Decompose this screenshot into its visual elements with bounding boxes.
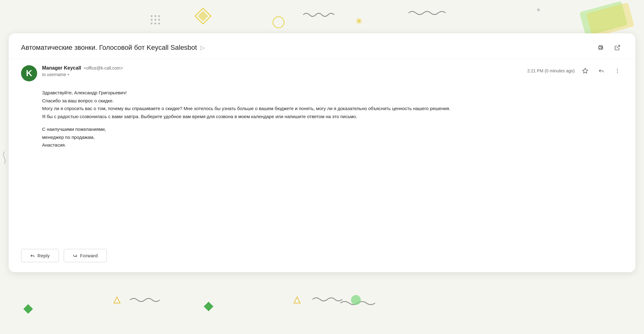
forward-button-label: Forward (80, 253, 98, 258)
forward-subject-icon: ▷ (201, 44, 205, 51)
email-subject: Автоматические звонки. Голосовой бот Key… (21, 44, 197, 52)
svg-point-8 (158, 23, 160, 24)
email-subject-actions (595, 42, 623, 53)
svg-rect-19 (23, 304, 33, 314)
svg-line-15 (357, 19, 361, 23)
email-meta-right: 2:21 PM (0 minutes ago) (527, 65, 623, 76)
email-subject-left: Автоматические звонки. Голосовой бот Key… (21, 44, 205, 52)
more-options-button[interactable] (612, 65, 623, 76)
svg-marker-28 (583, 68, 588, 73)
reply-button-label: Reply (37, 253, 50, 258)
body-line-1: Здравствуйте, Александр Григорьевич! (42, 89, 623, 97)
svg-point-26 (602, 47, 602, 48)
svg-point-29 (617, 69, 618, 70)
body-line-4: Я бы с радостью созвонилась с вами завтр… (42, 113, 623, 121)
forward-button[interactable]: Forward (64, 249, 107, 262)
svg-rect-25 (600, 48, 602, 49)
email-card: Автоматические звонки. Голосовой бот Key… (9, 33, 635, 272)
external-link-icon (614, 45, 620, 51)
external-link-button[interactable] (612, 42, 623, 53)
svg-rect-16 (579, 1, 628, 36)
reply-btn-icon (30, 253, 35, 258)
print-button[interactable] (595, 42, 606, 53)
svg-point-1 (154, 15, 156, 17)
sender-left: K Manager Keycall <office@k-call.com> to… (21, 65, 123, 81)
svg-point-31 (617, 72, 618, 73)
email-subject-row: Автоматические звонки. Голосовой бот Key… (9, 33, 635, 59)
svg-line-27 (617, 45, 620, 48)
avatar-letter: K (26, 69, 32, 78)
svg-marker-22 (294, 297, 300, 303)
reply-header-icon (598, 68, 604, 74)
star-button[interactable] (580, 65, 591, 76)
svg-point-5 (158, 19, 160, 21)
to-username[interactable]: to username ▾ (42, 72, 123, 77)
svg-line-14 (357, 19, 361, 23)
svg-rect-17 (586, 2, 634, 38)
email-body: Здравствуйте, Александр Григорьевич! Спа… (9, 86, 635, 244)
svg-point-0 (151, 15, 153, 17)
svg-point-23 (351, 295, 361, 305)
svg-point-2 (158, 15, 160, 17)
chevron-down-icon: ▾ (67, 73, 69, 77)
svg-point-7 (154, 23, 156, 24)
email-actions: Reply Forward (9, 244, 635, 272)
star-icon (582, 68, 588, 74)
svg-point-4 (154, 19, 156, 21)
body-line-3: Могу ли я спросить вас о том, почему вы … (42, 105, 623, 113)
body-line-7: менеджер по продажам, (42, 133, 623, 141)
svg-rect-9 (195, 8, 211, 24)
svg-point-11 (273, 17, 284, 28)
forward-btn-icon (73, 253, 78, 258)
sender-name: Manager Keycall (42, 65, 81, 71)
body-line-8: Анастасия. (42, 141, 623, 149)
sender-avatar: K (21, 65, 37, 81)
print-icon (598, 45, 604, 51)
sender-name-row: Manager Keycall <office@k-call.com> (42, 65, 123, 71)
more-icon (614, 68, 620, 74)
reply-button[interactable]: Reply (21, 249, 59, 262)
svg-point-6 (151, 23, 153, 24)
body-line-2: Спасибо за ваш вопрос о скидке. (42, 97, 623, 105)
email-header: K Manager Keycall <office@k-call.com> to… (9, 59, 635, 86)
svg-point-3 (151, 19, 153, 21)
svg-marker-20 (114, 297, 120, 303)
svg-point-18 (537, 8, 540, 11)
sender-info: Manager Keycall <office@k-call.com> to u… (42, 65, 123, 77)
email-time: 2:21 PM (0 minutes ago) (527, 68, 575, 73)
ellipsis-icon (614, 68, 620, 74)
body-line-6: С наилучшими пожеланиями, (42, 125, 623, 133)
sender-email: <office@k-call.com> (84, 66, 123, 71)
reply-header-button[interactable] (596, 65, 607, 76)
svg-rect-10 (198, 11, 208, 21)
to-username-text: to username (42, 72, 66, 77)
svg-point-30 (617, 71, 618, 71)
svg-rect-21 (204, 302, 213, 311)
